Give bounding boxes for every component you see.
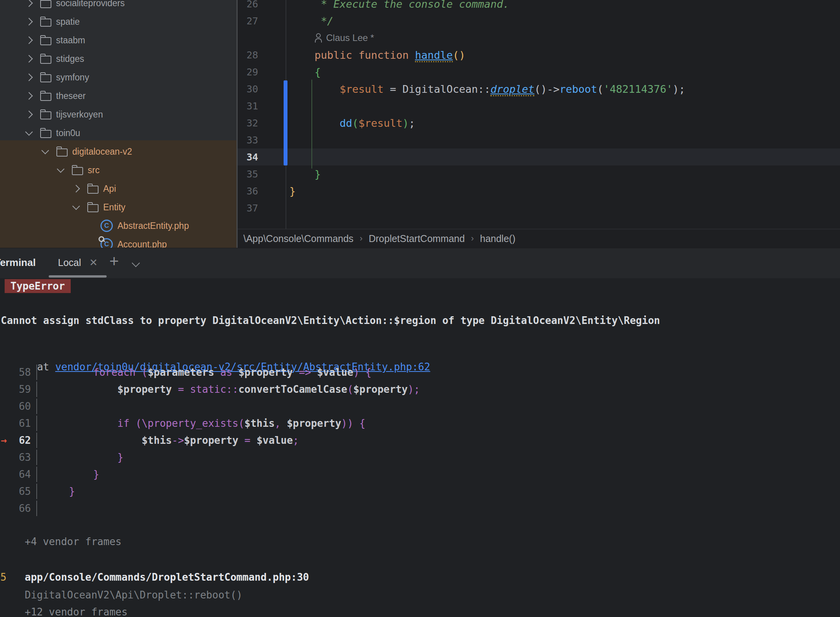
line-number: 32	[238, 118, 258, 129]
active-tab-indicator	[49, 275, 107, 278]
trace-gutter-bar	[36, 399, 37, 414]
tree-item-symfony[interactable]: symfony	[0, 68, 236, 87]
trace-line: 58 foreach ($parameters as $property => …	[0, 364, 840, 381]
frame-method: DigitalOceanV2\Api\Droplet::reboot()	[25, 589, 243, 601]
code-token: $result	[359, 117, 403, 129]
error-type-badge: TypeError	[5, 279, 71, 293]
trace-line-number: 65	[0, 486, 31, 497]
php-class-icon: C	[100, 220, 113, 232]
tree-item-socialiteproviders[interactable]: socialiteproviders	[0, 0, 236, 12]
tree-item-account-php[interactable]: CAccount.php	[0, 235, 236, 248]
code-token: public function	[289, 49, 415, 61]
folder-icon	[40, 130, 51, 138]
trace-gutter-bar	[36, 484, 37, 499]
tree-item-label: socialiteproviders	[56, 0, 125, 9]
chevron-down-icon[interactable]	[41, 147, 49, 154]
trace-line-number: 66	[0, 503, 31, 514]
code-editor[interactable]: 26 * Execute the console command.27 */Cl…	[238, 0, 840, 229]
code-token: dd	[340, 117, 352, 129]
tree-item-spatie[interactable]: spatie	[0, 12, 236, 31]
code-token: ,	[275, 418, 287, 429]
chevron-down-icon[interactable]	[72, 202, 80, 210]
code-token: (	[597, 83, 604, 95]
code-token: '482114376'	[604, 83, 673, 95]
chevron-right-icon[interactable]	[25, 92, 33, 100]
terminal-output[interactable]: TypeError Cannot assign stdClass to prop…	[0, 278, 840, 617]
folder-icon	[40, 111, 51, 119]
code-token: ;	[293, 435, 299, 446]
tree-item-tijsverkoyen[interactable]: tijsverkoyen	[0, 105, 236, 124]
tree-item-stidges[interactable]: stidges	[0, 49, 236, 68]
tree-item-theseer[interactable]: theseer	[0, 87, 236, 105]
chevron-right-icon[interactable]	[72, 185, 80, 193]
code-token: ()->	[534, 83, 559, 95]
trace-code-text: }	[45, 486, 75, 497]
tree-item-src[interactable]: src	[0, 161, 236, 179]
chevron-down-icon[interactable]	[25, 128, 33, 136]
breadcrumb-item[interactable]: DropletStartCommand	[369, 233, 465, 244]
author-inlay-label[interactable]: Claus Lee *	[326, 32, 374, 43]
terminal-tab-local[interactable]: Local	[58, 248, 81, 277]
chevron-down-icon[interactable]	[132, 259, 140, 267]
editor-line: 31	[238, 97, 840, 114]
tree-item-label: src	[88, 165, 100, 176]
collapsed-vendor-frames[interactable]: +12 vendor frames	[25, 606, 128, 617]
code-line-text: }	[289, 185, 296, 197]
trace-line-number: 61	[0, 418, 31, 429]
trace-line: 61 if (\property_exists($this, $property…	[0, 415, 840, 432]
code-token: $value	[257, 435, 293, 446]
editor-line: 37	[238, 199, 840, 216]
code-token: }	[45, 452, 124, 463]
tree-item-label: spatie	[56, 17, 80, 27]
tree-item-toin0u[interactable]: toin0u	[0, 124, 236, 142]
code-token: =>	[293, 366, 317, 378]
tree-item-api[interactable]: Api	[0, 179, 236, 198]
tree-item-digitalocean-v2[interactable]: digitalocean-v2	[0, 142, 236, 161]
project-tree-panel[interactable]: socialiteprovidersspatiestaabmstidgessym…	[0, 0, 236, 248]
code-token	[289, 117, 340, 129]
trace-code-text: }	[45, 469, 99, 480]
folder-icon	[87, 186, 99, 194]
code-token: $property	[184, 435, 238, 446]
trace-code-text: $this->$property = $value;	[45, 435, 299, 446]
editor-line: 29 {	[238, 63, 840, 80]
close-tab-icon[interactable]: ✕	[89, 248, 98, 277]
error-line-arrow-icon: →	[1, 435, 7, 446]
line-number: 28	[238, 49, 258, 61]
line-number: 29	[238, 66, 258, 78]
tree-item-abstractentity-php[interactable]: CAbstractEntity.php	[0, 216, 236, 235]
breadcrumb-item[interactable]: \App\Console\Commands	[243, 233, 354, 244]
editor-line: 36}	[238, 182, 840, 199]
folder-icon	[87, 204, 99, 212]
line-number: 27	[238, 15, 258, 27]
code-token: */	[289, 15, 333, 27]
trace-line-number: 63	[0, 452, 31, 463]
frame-path[interactable]: app/Console/Commands/DropletStartCommand…	[25, 571, 309, 583]
chevron-right-icon[interactable]	[25, 18, 33, 26]
chevron-right-icon[interactable]	[25, 36, 33, 44]
php-class-icon: C	[100, 238, 113, 248]
editor-line: 27 */	[238, 12, 840, 29]
tree-item-label: AbstractEntity.php	[117, 221, 189, 231]
code-token: {	[289, 66, 321, 78]
tree-item-staabm[interactable]: staabm	[0, 31, 236, 49]
trace-line: 60	[0, 398, 840, 415]
chevron-right-icon[interactable]	[25, 111, 33, 118]
trace-line-number: 60	[0, 401, 31, 412]
trace-gutter-bar	[36, 382, 37, 397]
tree-item-entity[interactable]: Entity	[0, 198, 236, 216]
chevron-right-icon[interactable]	[25, 73, 33, 81]
collapsed-vendor-frames[interactable]: +4 vendor frames	[25, 536, 121, 547]
code-token: $this	[45, 435, 172, 446]
trace-gutter-bar	[36, 433, 37, 448]
code-line-text: {	[289, 66, 321, 78]
breadcrumb-item[interactable]: handle()	[480, 233, 515, 244]
code-line-text: */	[289, 15, 333, 27]
error-message: Cannot assign stdClass to property Digit…	[1, 315, 660, 326]
code-token: }	[45, 486, 75, 497]
folder-icon	[56, 148, 68, 157]
chevron-right-icon[interactable]	[25, 0, 33, 7]
new-tab-icon[interactable]: +	[109, 247, 119, 276]
chevron-right-icon[interactable]	[25, 55, 33, 63]
chevron-down-icon[interactable]	[57, 165, 65, 173]
